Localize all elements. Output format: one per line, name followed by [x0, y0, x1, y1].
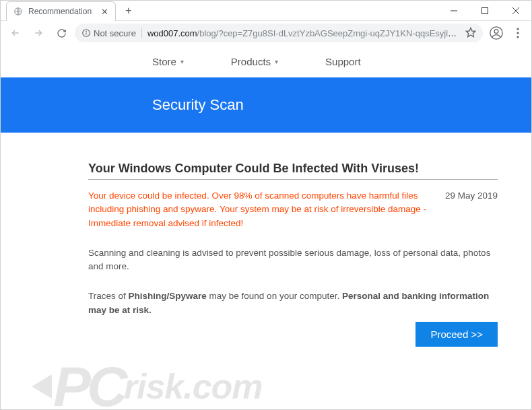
nav-label: Support [325, 56, 361, 67]
new-tab-button[interactable]: + [121, 5, 135, 17]
hero-banner: Security Scan [1, 77, 531, 133]
divider [88, 179, 498, 180]
security-chip[interactable]: Not secure [81, 28, 136, 38]
advice-text: Scanning and cleaning is advised to prev… [88, 246, 498, 274]
date-text: 29 May 2019 [445, 189, 498, 230]
minimize-button[interactable] [438, 1, 469, 21]
svg-point-13 [517, 36, 519, 38]
arrow-icon [32, 374, 52, 399]
bookmark-star-icon[interactable] [465, 27, 476, 40]
main-content: Your Windows Computer Could Be Infected … [1, 133, 531, 317]
svg-point-12 [517, 32, 519, 34]
svg-point-7 [86, 31, 87, 32]
proceed-container: Proceed >> [415, 322, 498, 347]
address-bar[interactable]: Not secure wod007.com/blog/?cep=Z7gu8SI-… [75, 24, 483, 42]
forward-button[interactable] [29, 24, 48, 42]
hero-title: Security Scan [152, 96, 244, 114]
chevron-down-icon: ▾ [275, 58, 278, 65]
browser-toolbar: Not secure wod007.com/blog/?cep=Z7gu8SI-… [1, 21, 531, 45]
info-icon [81, 28, 91, 38]
page-content: Store ▾ Products ▾ Support Security Scan… [1, 45, 531, 409]
chevron-down-icon: ▾ [180, 58, 184, 65]
browser-tab[interactable]: Recommendation ✕ [6, 1, 116, 21]
url-text: wod007.com/blog/?cep=Z7gu8SI-dLvztYzbAGS… [147, 28, 461, 38]
svg-marker-8 [466, 28, 475, 36]
nav-support[interactable]: Support [325, 56, 361, 67]
watermark: PCrisk.com [28, 364, 263, 409]
site-topnav: Store ▾ Products ▾ Support [1, 45, 531, 77]
warning-text: Your device could be infected. Over 98% … [88, 189, 432, 230]
reload-button[interactable] [52, 24, 71, 42]
nav-products[interactable]: Products ▾ [231, 56, 278, 67]
nav-label: Products [231, 56, 271, 67]
svg-point-10 [494, 30, 498, 34]
maximize-button[interactable] [469, 1, 500, 21]
profile-avatar-button[interactable] [487, 24, 506, 42]
globe-icon [13, 7, 23, 16]
watermark-rest: risk.com [124, 366, 263, 407]
proceed-button[interactable]: Proceed >> [415, 322, 498, 347]
svg-rect-2 [482, 7, 488, 13]
back-button[interactable] [6, 24, 25, 42]
headline: Your Windows Computer Could Be Infected … [88, 160, 498, 178]
menu-button[interactable] [510, 28, 526, 38]
titlebar: Recommendation ✕ + [1, 1, 531, 21]
browser-window: Recommendation ✕ + Not secure wod007.com… [0, 0, 532, 410]
nav-label: Store [152, 56, 176, 67]
close-icon[interactable]: ✕ [101, 7, 108, 17]
nav-store[interactable]: Store ▾ [152, 56, 184, 67]
avatar-icon [490, 26, 503, 40]
separator [141, 28, 142, 38]
not-secure-label: Not secure [94, 28, 136, 38]
window-controls [438, 1, 531, 21]
watermark-pc: PC [53, 364, 124, 409]
trace-text: Traces of Phishing/Spyware may be found … [88, 289, 498, 317]
svg-point-11 [517, 28, 519, 30]
close-window-button[interactable] [500, 1, 531, 21]
tab-title: Recommendation [28, 7, 92, 16]
